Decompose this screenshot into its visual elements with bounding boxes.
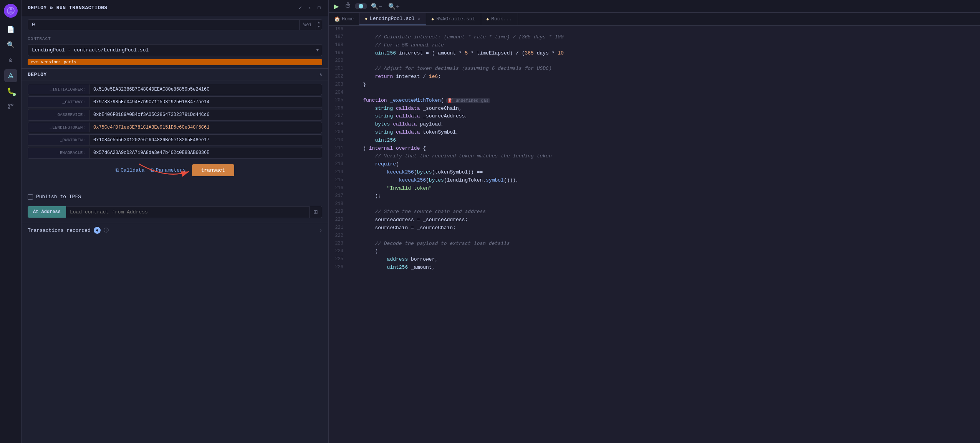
param-input-1[interactable] [89,97,322,107]
line-number-210: 210 [329,137,348,145]
line-content-213: require( [348,160,980,169]
code-line-226: 226 uint256 _amount, [329,264,980,272]
param-input-3[interactable] [89,122,322,133]
line-content-225: address borrower, [348,256,980,264]
panel-header-icons: ✓ › ⊡ [297,4,322,12]
contract-select-row: LendingPool - contracts/LendingPool.sol … [28,44,322,56]
layout-icon[interactable]: ⊡ [316,4,322,12]
at-address-input[interactable] [66,206,310,218]
wei-input[interactable] [28,20,299,30]
publish-ipfs-checkbox[interactable] [28,194,33,200]
sidebar-icon-debug[interactable]: 🐛 [4,84,17,98]
tab-rwaoracle[interactable]: ◆ RWAOracle.sol [426,13,481,25]
tab-lendingpool-close[interactable]: ✕ [418,16,420,21]
sidebar-icon-git[interactable] [4,100,17,113]
transactions-expand-btn[interactable]: › [319,228,322,233]
info-icon[interactable]: ⓘ [104,227,109,234]
line-content-210: uint256 [348,137,980,145]
code-line-206: 206 string calldata _sourceChain, [329,105,980,113]
svg-point-15 [348,5,349,6]
code-line-216: 216 "Invalid token" [329,185,980,193]
deploy-collapse-btn[interactable]: ∧ [319,72,322,78]
sidebar-icon-deploy[interactable] [4,69,17,82]
contract-select[interactable]: LendingPool - contracts/LendingPool.sol [28,45,313,56]
wei-up-arrow[interactable]: ▲ [317,21,321,25]
code-line-200: 200 [329,57,980,65]
code-line-205: 205 function _executeWithToken(⛽ undefin… [329,97,980,105]
ipfs-label: Publish to IPFS [36,194,81,200]
param-input-2[interactable] [89,109,322,120]
robot-button[interactable] [343,0,353,12]
line-content-221: sourceChain = _sourceChain; [348,224,980,232]
line-content-215: keccak256(bytes(lendingToken.symbol())), [348,177,980,185]
deploy-header: DEPLOY ∧ [22,68,328,81]
wei-down-arrow[interactable]: ▼ [317,25,321,29]
code-line-222: 222 [329,232,980,240]
param-input-0[interactable] [89,84,322,95]
line-content-222 [348,232,980,240]
line-number-213: 213 [329,160,348,169]
line-content-200 [348,57,980,65]
line-number-225: 225 [329,256,348,264]
code-area[interactable]: 196197 // Calculate interest: (amount * … [329,26,980,443]
left-panel: DEPLOY & RUN TRANSACTIONS ✓ › ⊡ Wei ▲ ▼ … [22,0,329,443]
sidebar-icon-files[interactable]: 📄 [4,23,17,36]
check-icon[interactable]: ✓ [297,4,303,12]
tab-home[interactable]: 🏠 Home [329,13,359,25]
code-line-217: 217 ); [329,192,980,200]
code-line-208: 208 bytes calldata payload, [329,121,980,129]
line-content-203: } [348,81,980,89]
line-content-204 [348,89,980,97]
line-number-223: 223 [329,240,348,248]
param-label-2: _GASSERVICE: [28,110,89,120]
code-line-198: 198 // For a 5% annual rate [329,41,980,50]
line-number-222: 222 [329,232,348,240]
line-content-212: // Verify that the received token matche… [348,152,980,160]
line-number-209: 209 [329,129,348,137]
sidebar-icon-search[interactable]: 🔍 [4,38,17,51]
code-line-213: 213 require( [329,160,980,169]
code-line-197: 197 // Calculate interest: (amount * rat… [329,33,980,41]
run-button[interactable]: ▶ [332,0,341,12]
tab-mock[interactable]: ◆ Mock... [481,13,518,25]
line-number-215: 215 [329,177,348,185]
deploy-title: DEPLOY [28,72,47,78]
line-number-220: 220 [329,216,348,224]
arrow-right-icon[interactable]: › [306,4,313,12]
param-label-0: _INITIALOWNER: [28,84,89,94]
zoom-out-button[interactable]: 🔍− [369,0,384,12]
transact-button[interactable]: transact [192,164,234,176]
contract-dropdown-arrow[interactable]: ▼ [313,45,322,55]
line-number-212: 212 [329,152,348,160]
param-row-5: _RWAORACLE: [28,147,322,159]
code-line-201: 201 // Adjust for token decimals (assumi… [329,65,980,73]
at-address-clipboard-btn[interactable]: ⊞ [310,206,322,218]
param-row-0: _INITIALOWNER: [28,84,322,95]
code-line-202: 202 return interest / 1e6; [329,73,980,81]
code-line-215: 215 keccak256(bytes(lendingToken.symbol(… [329,177,980,185]
vm-toggle[interactable] [355,3,367,9]
code-line-218: 218 [329,200,980,208]
zoom-in-button[interactable]: 🔍+ [386,0,402,12]
svg-point-2 [8,11,13,13]
sidebar-icon-settings[interactable]: ⚙️ [4,54,17,67]
at-address-button[interactable]: At Address [28,206,66,218]
param-input-5[interactable] [89,147,322,158]
line-content-218 [348,200,980,208]
tab-lendingpool[interactable]: ◆ LendingPool.sol ✕ [359,13,426,25]
param-label-3: _LENDINGTOKEN: [28,122,89,132]
code-line-210: 210 uint256 [329,137,980,145]
code-line-207: 207 string calldata _sourceAddress, [329,112,980,121]
svg-point-7 [8,107,10,109]
line-number-205: 205 [329,97,348,105]
code-line-204: 204 [329,89,980,97]
line-content-214: keccak256(bytes(tokenSymbol)) == [348,169,980,177]
param-input-4[interactable] [89,135,322,145]
line-number-208: 208 [329,121,348,129]
line-number-221: 221 [329,224,348,232]
evm-badge: evm version: paris [28,59,322,65]
param-row-1: _GATEWAY: [28,96,322,108]
code-line-221: 221 sourceChain = _sourceChain; [329,224,980,232]
copy-icon: ⧉ [116,167,119,173]
param-row-4: _RWATOKEN: [28,134,322,146]
